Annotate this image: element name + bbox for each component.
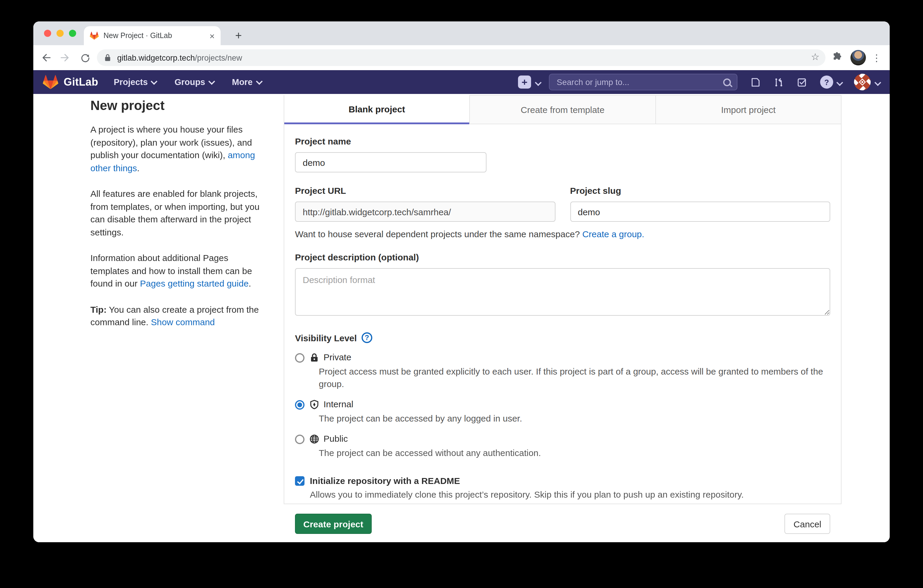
- chevron-down-icon[interactable]: [875, 77, 880, 87]
- chevron-down-icon: [838, 77, 842, 87]
- new-project-panel: Blank project Create from template Impor…: [284, 95, 841, 504]
- project-url-label: Project URL: [295, 186, 555, 195]
- reload-icon[interactable]: [78, 51, 92, 65]
- private-description: Project access must be granted explicitl…: [319, 365, 830, 390]
- nav-menu-more[interactable]: More: [232, 77, 261, 87]
- tab-blank-project[interactable]: Blank project: [284, 95, 470, 124]
- gitlab-favicon-icon: [90, 31, 99, 40]
- project-url-input[interactable]: [295, 202, 555, 222]
- internal-radio[interactable]: [295, 400, 304, 410]
- zoom-window-button[interactable]: [69, 30, 76, 37]
- help-menu[interactable]: ?: [820, 76, 842, 89]
- visibility-level-label: Visibility Level: [295, 333, 357, 343]
- gitlab-navbar: GitLab Projects Groups More +: [33, 70, 890, 94]
- issues-icon[interactable]: [751, 77, 760, 87]
- tip-label: Tip:: [90, 304, 107, 314]
- back-icon[interactable]: [39, 51, 53, 65]
- browser-window: New Project · GitLab × + gitlab.widgetco…: [33, 21, 890, 542]
- browser-tab[interactable]: New Project · GitLab ×: [84, 26, 221, 45]
- visibility-option-private: Private: [295, 352, 830, 363]
- bookmark-star-icon[interactable]: ☆: [811, 51, 820, 62]
- url-text: gitlab.widgetcorp.tech/projects/new: [117, 53, 242, 62]
- project-slug-input[interactable]: [570, 202, 830, 222]
- browser-toolbar: gitlab.widgetcorp.tech/projects/new ☆ ⋮: [33, 45, 890, 70]
- page-description-column: New project A project is where you house…: [90, 98, 265, 342]
- new-project-page: New project A project is where you house…: [33, 94, 890, 542]
- project-type-tabs: Blank project Create from template Impor…: [284, 95, 841, 124]
- project-name-label: Project name: [295, 136, 830, 146]
- globe-icon: [309, 434, 319, 444]
- forward-icon[interactable]: [58, 51, 72, 65]
- chevron-down-icon: [151, 78, 158, 85]
- nav-menu-projects[interactable]: Projects: [113, 77, 156, 87]
- pages-guide-link[interactable]: Pages getting started guide: [140, 278, 249, 288]
- create-project-button[interactable]: Create project: [295, 514, 372, 534]
- internal-description: The project can be accessed by any logge…: [319, 412, 830, 424]
- chevron-down-icon[interactable]: [536, 77, 540, 87]
- chevron-down-icon: [256, 78, 263, 85]
- visibility-option-public: Public: [295, 434, 830, 444]
- readme-checkbox[interactable]: [295, 476, 304, 486]
- search-icon: [723, 78, 731, 86]
- visibility-level-heading: Visibility Level ?: [295, 332, 830, 343]
- project-description-textarea[interactable]: [295, 268, 830, 316]
- private-label: Private: [324, 352, 351, 362]
- browser-tab-strip: New Project · GitLab × +: [33, 21, 890, 45]
- blank-project-form: Project name Project URL Project slug Wa…: [284, 124, 841, 534]
- new-tab-button[interactable]: +: [230, 26, 247, 45]
- public-description: The project can be accessed without any …: [319, 447, 830, 459]
- pages-paragraph: Information about additional Pages templ…: [90, 251, 265, 290]
- visibility-help-icon[interactable]: ?: [361, 332, 372, 343]
- help-icon: ?: [820, 76, 833, 89]
- gitlab-logo[interactable]: GitLab: [43, 75, 98, 89]
- page-title: New project: [90, 98, 265, 113]
- features-paragraph: All features are enabled for blank proje…: [90, 187, 265, 238]
- tanuki-icon: [43, 75, 58, 89]
- tip-paragraph: Tip: You can also create a project from …: [90, 303, 265, 328]
- private-radio[interactable]: [295, 353, 304, 363]
- nav-menu-groups[interactable]: Groups: [174, 77, 214, 87]
- tab-create-from-template[interactable]: Create from template: [470, 95, 655, 124]
- global-search[interactable]: [549, 74, 737, 90]
- extensions-puzzle-icon[interactable]: [833, 51, 843, 64]
- tab-import-project[interactable]: Import project: [655, 95, 841, 124]
- create-group-link[interactable]: Create a group.: [582, 229, 644, 239]
- internal-label: Internal: [324, 399, 353, 409]
- todos-icon[interactable]: [797, 77, 807, 87]
- readme-option: Initialize repository with a README: [295, 476, 830, 486]
- lock-icon: [104, 54, 111, 62]
- lock-icon: [309, 353, 319, 363]
- show-command-link[interactable]: Show command: [151, 317, 215, 327]
- search-input[interactable]: [555, 77, 723, 87]
- project-name-input[interactable]: [295, 152, 486, 172]
- browser-profile-avatar[interactable]: [851, 50, 866, 66]
- url-path: /projects/new: [195, 53, 242, 62]
- browser-menu-icon[interactable]: ⋮: [872, 52, 881, 63]
- chevron-down-icon: [209, 78, 215, 85]
- intro-paragraph: A project is where you house your files …: [90, 123, 265, 174]
- address-bar[interactable]: gitlab.widgetcorp.tech/projects/new ☆: [97, 49, 826, 66]
- shield-icon: [309, 399, 319, 410]
- merge-requests-icon[interactable]: [774, 77, 784, 87]
- close-window-button[interactable]: [44, 30, 51, 37]
- readme-label: Initialize repository with a README: [310, 476, 460, 486]
- user-avatar[interactable]: [854, 74, 870, 90]
- readme-description: Allows you to immediately clone this pro…: [310, 489, 830, 499]
- brand-wordmark: GitLab: [64, 76, 98, 88]
- public-radio[interactable]: [295, 435, 304, 444]
- minimize-window-button[interactable]: [56, 30, 64, 37]
- project-description-label: Project description (optional): [295, 252, 830, 262]
- public-label: Public: [324, 434, 348, 443]
- new-item-plus-button[interactable]: +: [518, 76, 531, 89]
- project-slug-label: Project slug: [570, 186, 830, 195]
- visibility-option-internal: Internal: [295, 399, 830, 410]
- cancel-button[interactable]: Cancel: [785, 514, 830, 534]
- tab-close-icon[interactable]: ×: [209, 31, 215, 40]
- url-host: gitlab.widgetcorp.tech: [117, 53, 195, 62]
- namespace-hint: Want to house several dependent projects…: [295, 229, 830, 239]
- form-actions: Create project Cancel: [295, 514, 830, 534]
- tab-title: New Project · GitLab: [103, 31, 205, 40]
- window-controls: [44, 30, 76, 37]
